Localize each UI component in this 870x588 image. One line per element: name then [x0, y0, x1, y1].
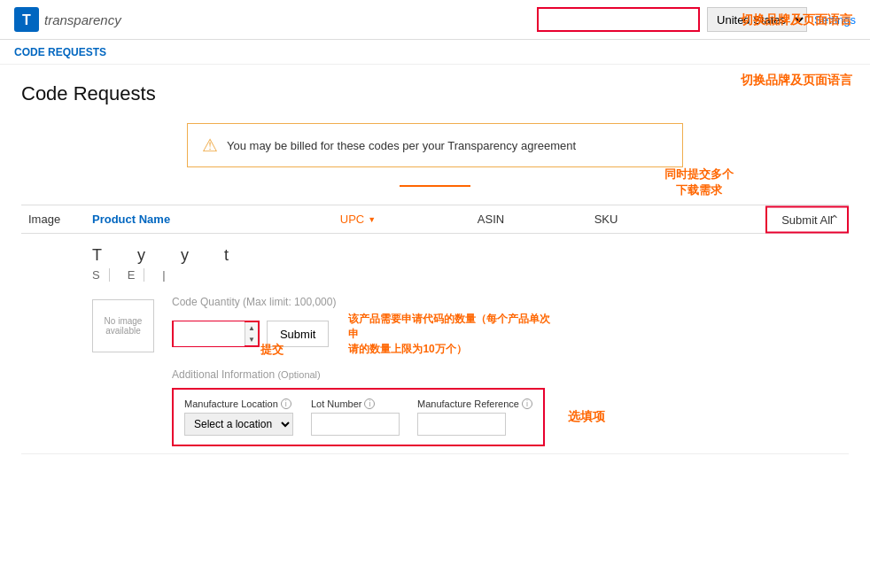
product-detail-area: No image available Code Quantity (Max li… [21, 287, 849, 446]
lot-number-group: Lot Number i [311, 398, 400, 436]
manufacture-reference-input[interactable] [417, 413, 506, 436]
lot-number-info-icon[interactable]: i [364, 398, 375, 409]
manufacture-reference-group: Manufacture Reference i [417, 398, 532, 436]
manufacture-location-label: Manufacture Location i [184, 398, 293, 409]
product-name-truncated: T [92, 246, 102, 265]
manufacture-reference-label: Manufacture Reference i [417, 398, 532, 409]
col-header-product-name[interactable]: Product Name [92, 213, 287, 226]
annotation-submit: 提交 [260, 342, 284, 358]
annotation-submit-all: 同时提交多个下载需求 [664, 166, 734, 198]
no-image-text: No image available [93, 316, 153, 336]
main-content: Code Requests ⚠ You may be billed for th… [0, 65, 870, 472]
qty-input-wrap: ▲ ▼ [172, 321, 260, 347]
product-sub-pipe: | [162, 268, 165, 282]
lot-number-label: Lot Number i [311, 398, 400, 409]
col-header-sku: SKU [553, 213, 659, 226]
manufacture-reference-info-icon[interactable]: i [522, 398, 532, 409]
col-header-image: Image [21, 213, 92, 226]
product-col2: y [137, 246, 145, 265]
qty-row: ▲ ▼ Submit 该产品需要申请代码的数量（每个产品单次申请的数量上限为10… [172, 312, 849, 356]
warning-banner: ⚠ You may be billed for these codes per … [187, 123, 683, 167]
nav-bar: CODE REQUESTS [0, 40, 870, 65]
upc-sort-icon: ▼ [368, 215, 376, 224]
annotation-brand-language: 切换品牌及页面语言 [741, 72, 852, 89]
manufacture-location-info-icon[interactable]: i [281, 398, 291, 409]
transparency-logo-icon: T [14, 7, 39, 32]
separator [400, 185, 470, 187]
svg-text:T: T [22, 12, 31, 27]
qty-arrows: ▲ ▼ [245, 322, 258, 345]
col-header-asin: ASIN [429, 213, 553, 226]
logo-text: transparency [44, 12, 121, 27]
additional-fields-box: Manufacture Location i Select a location… [172, 388, 545, 446]
col-header-upc[interactable]: UPC ▼ [287, 213, 429, 226]
qty-down-arrow[interactable]: ▼ [245, 334, 258, 345]
product-sub-s: S [92, 268, 110, 282]
product-sub-e: E [128, 268, 145, 282]
annotation-qty: 该产品需要申请代码的数量（每个产品单次申请的数量上限为10万个） [348, 312, 552, 356]
warning-text: You may be billed for these codes per yo… [227, 139, 576, 152]
additional-info-label: Additional Information (Optional) [172, 368, 849, 381]
brand-select-input[interactable] [537, 7, 700, 32]
page-title: Code Requests [21, 82, 849, 105]
product-image: No image available [92, 299, 154, 352]
qty-input[interactable] [174, 321, 245, 346]
lot-number-input[interactable] [311, 413, 400, 436]
table-header: Image Product Name UPC ▼ ASIN SKU 同时提交多个… [21, 205, 849, 234]
table-row: T y y t S E | No image available Code Qu… [21, 234, 849, 454]
product-col4: t [224, 246, 229, 265]
header: T transparency United States Settings [0, 0, 870, 40]
annotation-language-switch: 切换品牌及页面语言 [741, 12, 852, 29]
warning-icon: ⚠ [202, 135, 218, 156]
code-qty-label: Code Quantity (Max limit: 100,000) [172, 296, 849, 308]
manufacture-location-group: Manufacture Location i Select a location [184, 398, 293, 436]
annotation-optional: 选填项 [568, 409, 605, 425]
nav-code-requests[interactable]: CODE REQUESTS [14, 46, 106, 58]
manufacture-location-select[interactable]: Select a location [184, 413, 293, 436]
logo-area: T transparency [14, 7, 121, 32]
product-form: Code Quantity (Max limit: 100,000) ▲ ▼ S… [172, 296, 849, 446]
chevron-up-icon: ⌃ [829, 213, 840, 227]
qty-up-arrow[interactable]: ▲ [245, 322, 258, 334]
product-col3: y [181, 246, 189, 265]
